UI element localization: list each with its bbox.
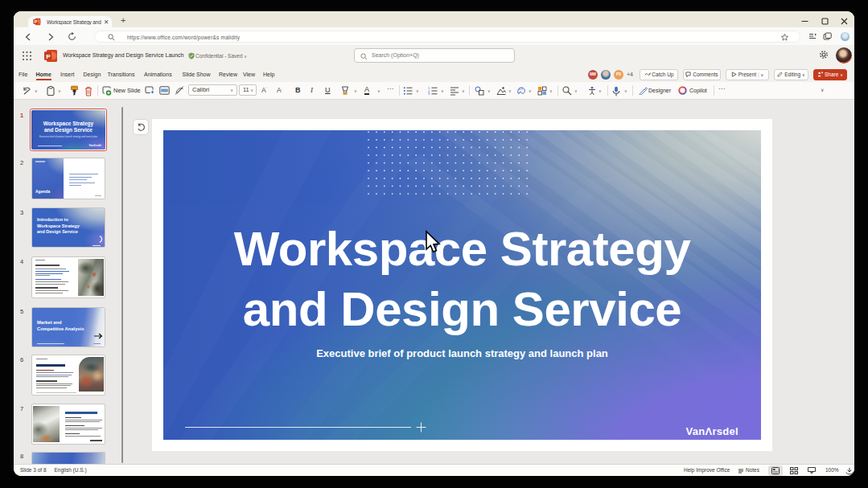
svg-text:P: P	[35, 19, 38, 24]
svg-text:P: P	[46, 53, 51, 60]
svg-text:3: 3	[428, 92, 430, 96]
